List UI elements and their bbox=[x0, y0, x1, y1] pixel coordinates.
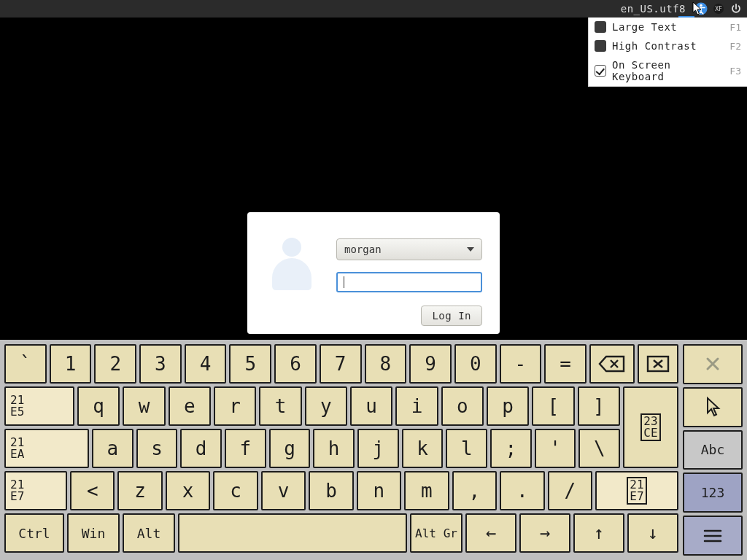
key-lbracket[interactable]: [ bbox=[532, 386, 574, 426]
key-d[interactable]: d bbox=[180, 429, 222, 468]
key-capslock[interactable]: 21 EA bbox=[4, 429, 89, 468]
key-backspace[interactable] bbox=[589, 344, 635, 384]
key-equals[interactable]: = bbox=[544, 344, 587, 384]
key-h[interactable]: h bbox=[313, 429, 355, 468]
login-button[interactable]: Log In bbox=[421, 306, 482, 326]
key-t[interactable]: t bbox=[259, 386, 301, 426]
key-ctrl[interactable]: Ctrl bbox=[4, 513, 64, 553]
osk-numbers-button[interactable]: 123 bbox=[683, 472, 743, 513]
delete-icon bbox=[646, 354, 670, 373]
key-5[interactable]: 5 bbox=[229, 344, 271, 384]
key-shift-right[interactable]: 21 E7 bbox=[595, 471, 678, 510]
key-2[interactable]: 2 bbox=[94, 344, 136, 384]
key-lessthan[interactable]: < bbox=[70, 471, 115, 510]
locale-indicator[interactable]: en_US.utf8 bbox=[621, 3, 686, 15]
key-c[interactable]: c bbox=[213, 471, 258, 510]
key-win[interactable]: Win bbox=[67, 513, 120, 553]
power-icon[interactable] bbox=[729, 2, 743, 15]
key-j[interactable]: j bbox=[357, 429, 399, 468]
key-7[interactable]: 7 bbox=[320, 344, 362, 384]
key-k[interactable]: k bbox=[402, 429, 444, 468]
key-m[interactable]: m bbox=[404, 471, 449, 510]
a11y-item-large-text[interactable]: Large Text F1 bbox=[589, 18, 747, 36]
a11y-item-on-screen-keyboard[interactable]: On Screen Keyboard F3 bbox=[589, 55, 747, 86]
key-v[interactable]: v bbox=[261, 471, 306, 510]
key-x[interactable]: x bbox=[166, 471, 210, 510]
key-arrow-right[interactable]: → bbox=[519, 513, 570, 553]
user-avatar-icon bbox=[269, 238, 313, 281]
key-o[interactable]: o bbox=[441, 386, 484, 426]
osk-menu-button[interactable] bbox=[683, 516, 743, 556]
key-apostrophe[interactable]: ' bbox=[535, 429, 576, 468]
svg-point-1 bbox=[700, 4, 703, 7]
key-r[interactable]: r bbox=[214, 386, 256, 426]
accessibility-icon[interactable] bbox=[694, 2, 708, 15]
key-alt[interactable]: Alt bbox=[123, 513, 175, 553]
key-s[interactable]: s bbox=[136, 429, 178, 468]
key-8[interactable]: 8 bbox=[365, 344, 407, 384]
key-backtick[interactable]: ` bbox=[4, 344, 47, 384]
key-backslash[interactable]: \ bbox=[578, 429, 620, 468]
key-tab[interactable]: 21 E5 bbox=[4, 386, 74, 426]
key-rbracket[interactable]: ] bbox=[578, 386, 620, 426]
hamburger-icon bbox=[703, 529, 722, 543]
checkbox-icon bbox=[595, 40, 606, 52]
a11y-item-high-contrast[interactable]: High Contrast F2 bbox=[589, 36, 747, 55]
top-bar: en_US.utf8 XF bbox=[0, 0, 747, 18]
a11y-item-shortcut: F1 bbox=[729, 22, 741, 33]
key-semicolon[interactable]: ; bbox=[490, 429, 532, 468]
a11y-item-label: High Contrast bbox=[612, 40, 724, 52]
osk-letters-button[interactable]: Abc bbox=[683, 430, 743, 470]
key-l[interactable]: l bbox=[446, 429, 487, 468]
key-shift-left[interactable]: 21 E7 bbox=[4, 471, 67, 510]
key-i[interactable]: i bbox=[395, 386, 438, 426]
unicode-label: 23 CE bbox=[640, 413, 660, 441]
key-delete[interactable] bbox=[638, 344, 678, 384]
login-panel: morgan Log In bbox=[247, 212, 500, 334]
key-a[interactable]: a bbox=[92, 429, 133, 468]
key-g[interactable]: g bbox=[269, 429, 311, 468]
key-enter[interactable]: 23 CE bbox=[623, 386, 678, 468]
svg-text:XF: XF bbox=[715, 6, 722, 12]
key-3[interactable]: 3 bbox=[139, 344, 182, 384]
selected-user-label: morgan bbox=[344, 244, 382, 255]
osk-pointer-button[interactable] bbox=[683, 387, 743, 427]
unicode-label: 21 EA bbox=[10, 437, 24, 460]
key-p[interactable]: p bbox=[487, 386, 529, 426]
key-e[interactable]: e bbox=[169, 386, 211, 426]
key-w[interactable]: w bbox=[123, 386, 165, 426]
key-space[interactable] bbox=[178, 513, 407, 553]
key-b[interactable]: b bbox=[309, 471, 353, 510]
key-altgr[interactable]: Alt Gr bbox=[410, 513, 462, 553]
key-4[interactable]: 4 bbox=[185, 344, 227, 384]
password-input[interactable] bbox=[336, 272, 482, 292]
cursor-arrow-icon bbox=[703, 396, 722, 418]
key-period[interactable]: . bbox=[500, 471, 544, 510]
key-arrow-up[interactable]: ↑ bbox=[573, 513, 624, 553]
a11y-item-label: On Screen Keyboard bbox=[612, 59, 724, 82]
osk-hide-button[interactable] bbox=[683, 344, 743, 384]
key-slash[interactable]: / bbox=[548, 471, 592, 510]
backspace-icon bbox=[597, 354, 627, 374]
key-1[interactable]: 1 bbox=[50, 344, 92, 384]
checkbox-icon bbox=[595, 21, 606, 33]
key-u[interactable]: u bbox=[350, 386, 392, 426]
key-6[interactable]: 6 bbox=[274, 344, 317, 384]
key-arrow-down[interactable]: ↓ bbox=[627, 513, 678, 553]
key-9[interactable]: 9 bbox=[409, 344, 452, 384]
key-n[interactable]: n bbox=[357, 471, 401, 510]
key-comma[interactable]: , bbox=[452, 471, 497, 510]
contrast-icon[interactable]: XF bbox=[712, 2, 725, 15]
key-0[interactable]: 0 bbox=[454, 344, 497, 384]
key-minus[interactable]: - bbox=[500, 344, 542, 384]
a11y-item-shortcut: F3 bbox=[729, 66, 741, 77]
key-z[interactable]: z bbox=[117, 471, 162, 510]
key-q[interactable]: q bbox=[77, 386, 120, 426]
key-arrow-left[interactable]: ← bbox=[465, 513, 516, 553]
key-y[interactable]: y bbox=[305, 386, 347, 426]
user-select-dropdown[interactable]: morgan bbox=[336, 238, 482, 260]
key-f[interactable]: f bbox=[225, 429, 266, 468]
chevron-down-icon bbox=[467, 247, 474, 252]
unicode-label: 21 E7 bbox=[10, 479, 24, 502]
accessibility-menu: Large Text F1 High Contrast F2 On Screen… bbox=[588, 18, 747, 87]
